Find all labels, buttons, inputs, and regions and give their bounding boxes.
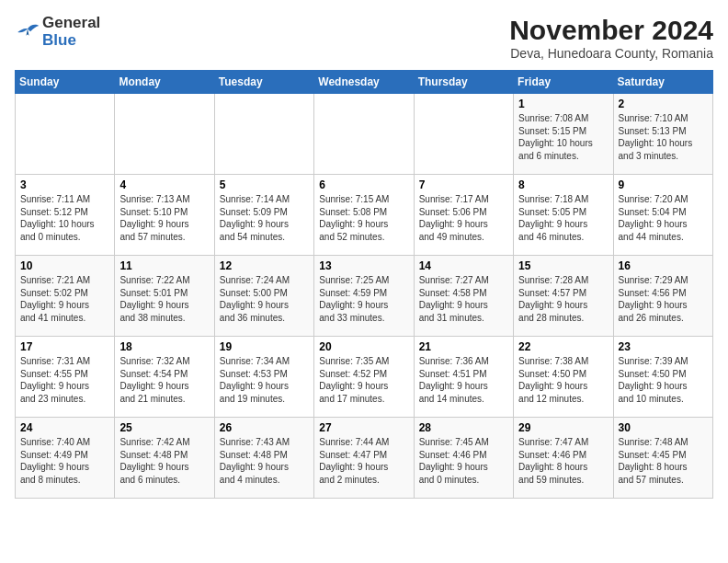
header-saturday: Saturday <box>613 71 712 94</box>
day-number: 14 <box>419 259 508 272</box>
day-info: Sunrise: 7:13 AM Sunset: 5:10 PM Dayligh… <box>119 193 209 243</box>
day-number: 17 <box>20 340 109 353</box>
day-number: 13 <box>319 259 408 272</box>
calendar-cell: 19Sunrise: 7:34 AM Sunset: 4:53 PM Dayli… <box>214 337 313 418</box>
day-number: 16 <box>619 259 708 272</box>
calendar-cell: 22Sunrise: 7:38 AM Sunset: 4:50 PM Dayli… <box>514 337 613 418</box>
day-info: Sunrise: 7:42 AM Sunset: 4:48 PM Dayligh… <box>119 436 209 486</box>
day-info: Sunrise: 7:40 AM Sunset: 4:49 PM Dayligh… <box>20 436 109 486</box>
day-number: 8 <box>518 178 608 191</box>
calendar-cell: 18Sunrise: 7:32 AM Sunset: 4:54 PM Dayli… <box>115 337 214 418</box>
day-info: Sunrise: 7:22 AM Sunset: 5:01 PM Dayligh… <box>119 274 209 324</box>
calendar-cell: 26Sunrise: 7:43 AM Sunset: 4:48 PM Dayli… <box>214 418 313 499</box>
calendar-cell: 29Sunrise: 7:47 AM Sunset: 4:46 PM Dayli… <box>514 418 613 499</box>
day-info: Sunrise: 7:08 AM Sunset: 5:15 PM Dayligh… <box>518 112 608 162</box>
day-number: 9 <box>619 178 708 191</box>
header-friday: Friday <box>514 71 613 94</box>
calendar-cell <box>414 94 513 175</box>
calendar-week-3: 10Sunrise: 7:21 AM Sunset: 5:02 PM Dayli… <box>16 256 713 337</box>
day-info: Sunrise: 7:18 AM Sunset: 5:05 PM Dayligh… <box>518 193 608 243</box>
calendar-cell: 25Sunrise: 7:42 AM Sunset: 4:48 PM Dayli… <box>115 418 214 499</box>
title-area: November 2024 Deva, Hunedoara County, Ro… <box>509 15 713 61</box>
header-thursday: Thursday <box>414 71 513 94</box>
day-number: 4 <box>119 178 209 191</box>
calendar-cell: 12Sunrise: 7:24 AM Sunset: 5:00 PM Dayli… <box>214 256 313 337</box>
day-number: 5 <box>220 178 309 191</box>
day-number: 30 <box>619 421 708 434</box>
day-number: 11 <box>119 259 209 272</box>
day-info: Sunrise: 7:27 AM Sunset: 4:58 PM Dayligh… <box>419 274 508 324</box>
day-info: Sunrise: 7:28 AM Sunset: 4:57 PM Dayligh… <box>518 274 608 324</box>
calendar-cell: 14Sunrise: 7:27 AM Sunset: 4:58 PM Dayli… <box>414 256 513 337</box>
day-number: 24 <box>20 421 109 434</box>
calendar-cell: 23Sunrise: 7:39 AM Sunset: 4:50 PM Dayli… <box>613 337 712 418</box>
day-info: Sunrise: 7:45 AM Sunset: 4:46 PM Dayligh… <box>419 436 508 486</box>
logo-icon <box>15 23 40 41</box>
day-number: 6 <box>319 178 408 191</box>
header-tuesday: Tuesday <box>214 71 313 94</box>
calendar-week-4: 17Sunrise: 7:31 AM Sunset: 4:55 PM Dayli… <box>16 337 713 418</box>
day-number: 1 <box>518 98 608 110</box>
header: General Blue November 2024 Deva, Hunedoa… <box>15 15 713 61</box>
day-number: 28 <box>419 421 508 434</box>
day-info: Sunrise: 7:36 AM Sunset: 4:51 PM Dayligh… <box>419 355 508 405</box>
calendar-cell: 10Sunrise: 7:21 AM Sunset: 5:02 PM Dayli… <box>16 256 115 337</box>
header-sunday: Sunday <box>16 71 115 94</box>
day-info: Sunrise: 7:17 AM Sunset: 5:06 PM Dayligh… <box>419 193 508 243</box>
calendar-header-row: SundayMondayTuesdayWednesdayThursdayFrid… <box>16 71 713 94</box>
day-number: 26 <box>220 421 309 434</box>
day-info: Sunrise: 7:15 AM Sunset: 5:08 PM Dayligh… <box>319 193 408 243</box>
day-number: 2 <box>619 98 708 110</box>
calendar-cell: 16Sunrise: 7:29 AM Sunset: 4:56 PM Dayli… <box>613 256 712 337</box>
calendar-table: SundayMondayTuesdayWednesdayThursdayFrid… <box>15 70 713 499</box>
day-number: 21 <box>419 340 508 353</box>
calendar-cell: 8Sunrise: 7:18 AM Sunset: 5:05 PM Daylig… <box>514 175 613 256</box>
day-number: 18 <box>119 340 209 353</box>
day-info: Sunrise: 7:32 AM Sunset: 4:54 PM Dayligh… <box>119 355 209 405</box>
day-info: Sunrise: 7:29 AM Sunset: 4:56 PM Dayligh… <box>619 274 708 324</box>
calendar-week-2: 3Sunrise: 7:11 AM Sunset: 5:12 PM Daylig… <box>16 175 713 256</box>
calendar-cell <box>214 94 313 175</box>
day-info: Sunrise: 7:34 AM Sunset: 4:53 PM Dayligh… <box>220 355 309 405</box>
day-info: Sunrise: 7:10 AM Sunset: 5:13 PM Dayligh… <box>619 112 708 162</box>
day-number: 19 <box>220 340 309 353</box>
day-info: Sunrise: 7:20 AM Sunset: 5:04 PM Dayligh… <box>619 193 708 243</box>
calendar-cell: 13Sunrise: 7:25 AM Sunset: 4:59 PM Dayli… <box>314 256 414 337</box>
calendar-cell: 7Sunrise: 7:17 AM Sunset: 5:06 PM Daylig… <box>414 175 513 256</box>
calendar-cell: 11Sunrise: 7:22 AM Sunset: 5:01 PM Dayli… <box>115 256 214 337</box>
day-info: Sunrise: 7:14 AM Sunset: 5:09 PM Dayligh… <box>220 193 309 243</box>
day-info: Sunrise: 7:11 AM Sunset: 5:12 PM Dayligh… <box>20 193 109 243</box>
calendar-cell: 30Sunrise: 7:48 AM Sunset: 4:45 PM Dayli… <box>613 418 712 499</box>
day-number: 27 <box>319 421 408 434</box>
day-info: Sunrise: 7:21 AM Sunset: 5:02 PM Dayligh… <box>20 274 109 324</box>
calendar-week-5: 24Sunrise: 7:40 AM Sunset: 4:49 PM Dayli… <box>16 418 713 499</box>
calendar-cell: 15Sunrise: 7:28 AM Sunset: 4:57 PM Dayli… <box>514 256 613 337</box>
day-number: 15 <box>518 259 608 272</box>
day-number: 7 <box>419 178 508 191</box>
day-info: Sunrise: 7:31 AM Sunset: 4:55 PM Dayligh… <box>20 355 109 405</box>
day-number: 10 <box>20 259 109 272</box>
calendar-cell: 28Sunrise: 7:45 AM Sunset: 4:46 PM Dayli… <box>414 418 513 499</box>
day-info: Sunrise: 7:35 AM Sunset: 4:52 PM Dayligh… <box>319 355 408 405</box>
day-number: 29 <box>518 421 608 434</box>
calendar-week-1: 1Sunrise: 7:08 AM Sunset: 5:15 PM Daylig… <box>16 94 713 175</box>
header-wednesday: Wednesday <box>314 71 414 94</box>
day-number: 25 <box>119 421 209 434</box>
calendar-cell: 3Sunrise: 7:11 AM Sunset: 5:12 PM Daylig… <box>16 175 115 256</box>
logo-general: General <box>42 15 100 32</box>
day-info: Sunrise: 7:38 AM Sunset: 4:50 PM Dayligh… <box>518 355 608 405</box>
calendar-cell: 20Sunrise: 7:35 AM Sunset: 4:52 PM Dayli… <box>314 337 414 418</box>
logo-blue: Blue <box>42 32 100 50</box>
month-title: November 2024 <box>509 15 713 46</box>
day-number: 22 <box>518 340 608 353</box>
calendar-cell: 2Sunrise: 7:10 AM Sunset: 5:13 PM Daylig… <box>613 94 712 175</box>
calendar-cell: 6Sunrise: 7:15 AM Sunset: 5:08 PM Daylig… <box>314 175 414 256</box>
day-info: Sunrise: 7:39 AM Sunset: 4:50 PM Dayligh… <box>619 355 708 405</box>
calendar-cell <box>16 94 115 175</box>
day-info: Sunrise: 7:47 AM Sunset: 4:46 PM Dayligh… <box>518 436 608 486</box>
day-number: 20 <box>319 340 408 353</box>
location-subtitle: Deva, Hunedoara County, Romania <box>509 46 713 61</box>
header-monday: Monday <box>115 71 214 94</box>
day-info: Sunrise: 7:24 AM Sunset: 5:00 PM Dayligh… <box>220 274 309 324</box>
calendar-cell: 21Sunrise: 7:36 AM Sunset: 4:51 PM Dayli… <box>414 337 513 418</box>
